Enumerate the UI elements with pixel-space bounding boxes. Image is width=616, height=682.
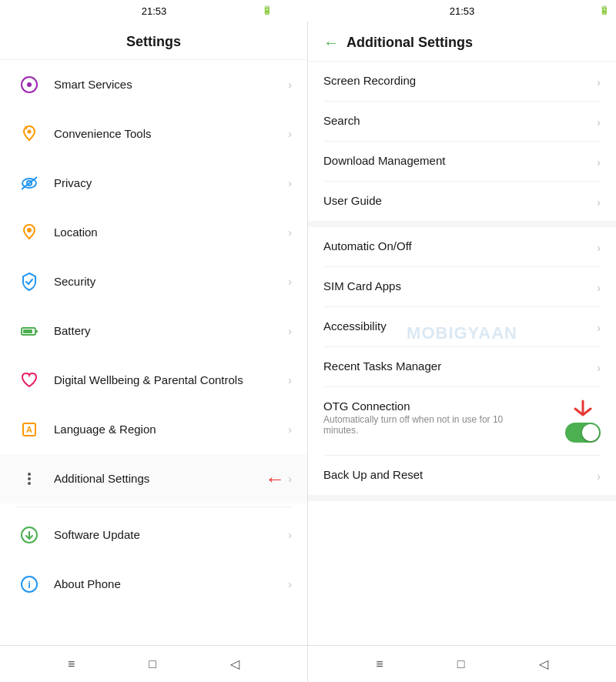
svg-point-6: [27, 228, 32, 232]
left-panel-header: Settings: [0, 22, 307, 60]
security-icon: [15, 268, 43, 296]
sim-card-apps-label: SIM Card Apps: [323, 279, 597, 293]
right-panel-title: Additional Settings: [346, 35, 473, 51]
right-item-search[interactable]: Search ›: [308, 102, 616, 141]
right-item-user-guide[interactable]: User Guide ›: [308, 182, 616, 221]
right-item-download-management[interactable]: Download Management ›: [308, 142, 616, 181]
recent-tasks-manager-label: Recent Tasks Manager: [323, 359, 597, 373]
sidebar-item-battery[interactable]: Battery ›: [0, 306, 307, 356]
toggle-with-arrow: [565, 400, 601, 443]
additional-settings-content: Additional Settings: [54, 471, 265, 486]
svg-rect-8: [35, 330, 38, 333]
right-item-backup-reset[interactable]: Back Up and Reset ›: [308, 456, 616, 495]
sidebar-item-additional-settings[interactable]: Additional Settings ← ›: [0, 454, 307, 503]
convenience-tools-label: Convenience Tools: [54, 126, 288, 142]
privacy-chevron: ›: [288, 177, 292, 189]
sidebar-item-about-phone[interactable]: i About Phone ›: [0, 560, 307, 609]
sidebar-item-location[interactable]: Location ›: [0, 208, 307, 257]
right-item-automatic-onoff[interactable]: Automatic On/Off ›: [308, 227, 616, 266]
section-divider-2: [308, 495, 616, 501]
automatic-onoff-label: Automatic On/Off: [323, 239, 597, 252]
backup-reset-chevron: ›: [597, 470, 601, 483]
location-icon: [15, 219, 43, 246]
user-guide-label: User Guide: [323, 194, 597, 207]
search-chevron: ›: [597, 116, 601, 129]
svg-point-12: [28, 473, 31, 476]
sidebar-item-digital-wellbeing[interactable]: Digital Wellbeing & Parental Controls ›: [0, 356, 307, 405]
svg-point-2: [28, 130, 32, 134]
svg-text:A: A: [26, 425, 32, 434]
privacy-icon: [15, 169, 43, 197]
battery-icon: [15, 317, 43, 345]
left-status-icons: 🔋: [262, 5, 273, 15]
panels-container: Settings Smart Services ›: [0, 22, 616, 645]
recent-tasks-manager-chevron: ›: [597, 362, 601, 374]
convenience-tools-chevron: ›: [288, 128, 292, 140]
right-item-screen-recording[interactable]: Screen Recording ›: [308, 62, 616, 101]
right-settings-list: Screen Recording › Search › Download Man…: [308, 62, 616, 645]
red-down-arrow-icon: [567, 400, 598, 423]
right-panel-header: ← Additional Settings: [308, 22, 616, 62]
right-home-button[interactable]: □: [448, 651, 474, 677]
privacy-content: Privacy: [54, 176, 288, 191]
right-item-recent-tasks-manager[interactable]: Recent Tasks Manager ›: [308, 347, 616, 386]
right-item-accessibility[interactable]: Accessibility ›: [308, 307, 616, 346]
right-menu-button[interactable]: ≡: [367, 651, 392, 677]
right-time: 21:53: [450, 5, 475, 17]
right-nav: ≡ □ ◁: [308, 646, 616, 682]
sidebar-item-language-region[interactable]: A Language & Region ›: [0, 405, 307, 454]
battery-label: Battery: [54, 323, 288, 339]
additional-settings-chevron: ›: [288, 473, 292, 485]
accessibility-chevron: ›: [597, 322, 601, 334]
section-divider-1: [308, 221, 616, 227]
left-home-button[interactable]: □: [139, 651, 166, 677]
sidebar-item-security[interactable]: Security ›: [0, 257, 307, 306]
right-panel: MOBIGYAAN ← Additional Settings Screen R…: [308, 22, 616, 645]
left-menu-button[interactable]: ≡: [59, 651, 84, 677]
otg-connection-label: OTG Connection: [323, 400, 565, 413]
otg-toggle[interactable]: [565, 423, 601, 443]
privacy-label: Privacy: [54, 176, 288, 191]
right-back-button[interactable]: ◁: [530, 650, 557, 677]
status-bar-left: 21:53 🔋: [0, 5, 308, 17]
digital-wellbeing-label: Digital Wellbeing & Parental Controls: [54, 373, 288, 388]
screen-recording-label: Screen Recording: [323, 74, 597, 87]
right-item-otg-connection[interactable]: OTG Connection Automatically turn off wh…: [308, 387, 616, 455]
svg-point-1: [27, 82, 32, 87]
back-button[interactable]: ←: [323, 34, 339, 52]
software-update-chevron: ›: [288, 529, 292, 541]
security-label: Security: [54, 274, 288, 289]
right-item-sim-card-apps[interactable]: SIM Card Apps ›: [308, 267, 616, 306]
software-update-label: Software Update: [54, 527, 288, 543]
security-chevron: ›: [288, 276, 292, 288]
smart-services-content: Smart Services: [54, 77, 288, 92]
svg-point-14: [28, 482, 31, 485]
language-region-content: Language & Region: [54, 422, 288, 437]
additional-settings-label: Additional Settings: [54, 471, 265, 486]
sidebar-item-privacy[interactable]: Privacy ›: [0, 159, 307, 208]
language-region-label: Language & Region: [54, 422, 288, 437]
automatic-onoff-chevron: ›: [597, 242, 601, 254]
about-phone-icon: i: [15, 570, 43, 598]
about-phone-chevron: ›: [288, 578, 292, 590]
left-back-button[interactable]: ◁: [221, 650, 249, 677]
sidebar-item-software-update[interactable]: Software Update ›: [0, 510, 307, 560]
status-bar-right: 21:53 🔋: [308, 5, 616, 17]
sidebar-item-smart-services[interactable]: Smart Services ›: [0, 60, 307, 109]
smart-services-label: Smart Services: [54, 77, 288, 92]
accessibility-label: Accessibility: [323, 319, 597, 333]
bottom-nav: ≡ □ ◁ ≡ □ ◁: [0, 645, 616, 682]
sim-card-apps-chevron: ›: [597, 282, 601, 294]
left-panel-title: Settings: [15, 34, 292, 50]
red-arrow-annotation: ←: [265, 467, 285, 491]
settings-list: Smart Services › Convenience Tools ›: [0, 60, 307, 645]
sidebar-item-convenience-tools[interactable]: Convenience Tools ›: [0, 109, 307, 159]
location-content: Location: [54, 225, 288, 240]
language-region-chevron: ›: [288, 423, 292, 436]
svg-rect-9: [23, 329, 32, 333]
svg-text:i: i: [28, 579, 31, 590]
left-time: 21:53: [142, 5, 167, 17]
smart-services-icon: [15, 71, 43, 99]
digital-wellbeing-chevron: ›: [288, 374, 292, 386]
about-phone-content: About Phone: [54, 577, 288, 592]
